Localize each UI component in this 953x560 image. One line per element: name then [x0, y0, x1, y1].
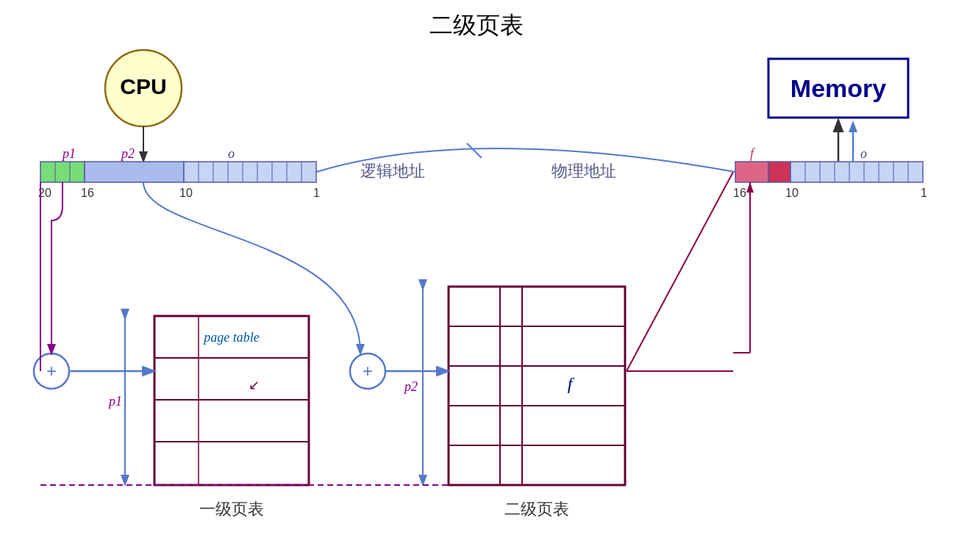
o-bracket	[467, 143, 482, 158]
phys-f-seg2	[768, 162, 790, 182]
num-1-right: 1	[921, 187, 927, 199]
p1-label-top: p1	[61, 146, 76, 161]
cpu-label: CPU	[120, 74, 166, 98]
addr-o-seg	[184, 162, 316, 182]
p1-to-plus-left	[51, 182, 63, 353]
page-table-label: page table	[202, 330, 259, 345]
phys-f-seg1	[735, 162, 768, 182]
level2-table-outer	[449, 287, 625, 485]
phys-o-seg	[790, 162, 923, 182]
plus-right-label: +	[363, 361, 373, 381]
addr-p2-seg	[85, 162, 184, 182]
p2-height-label: p2	[403, 379, 418, 394]
addr-p1-seg	[40, 162, 85, 182]
p2-label-top: p2	[120, 146, 135, 161]
l2-to-phys	[627, 172, 733, 371]
logical-addr-label: 逻辑地址	[360, 162, 425, 180]
f-label-top: f	[750, 146, 756, 161]
num-16-right: 16	[733, 187, 746, 199]
plus-left-label: +	[46, 361, 57, 381]
physical-addr-label: 物理地址	[552, 162, 616, 180]
first-level-label: 一级页表	[199, 500, 264, 518]
num-10-right: 10	[785, 187, 799, 199]
l1-pointer: ↙	[249, 378, 260, 392]
second-level-label: 二级页表	[504, 500, 569, 518]
o-label-top: o	[228, 146, 235, 161]
num-16-left: 16	[81, 187, 94, 199]
o-label-top-right: o	[860, 146, 867, 161]
num-10-left: 10	[179, 187, 193, 199]
p1-height-label: p1	[107, 394, 122, 409]
title: 二级页表	[429, 12, 524, 38]
memory-label: Memory	[790, 74, 886, 102]
diagram-svg: 二级页表 CPU p1 p2 o 20 16 10 1 逻辑地址 物理地址 Me…	[0, 0, 953, 560]
phys-arrow-up	[746, 182, 754, 193]
num-1-left: 1	[313, 187, 320, 199]
